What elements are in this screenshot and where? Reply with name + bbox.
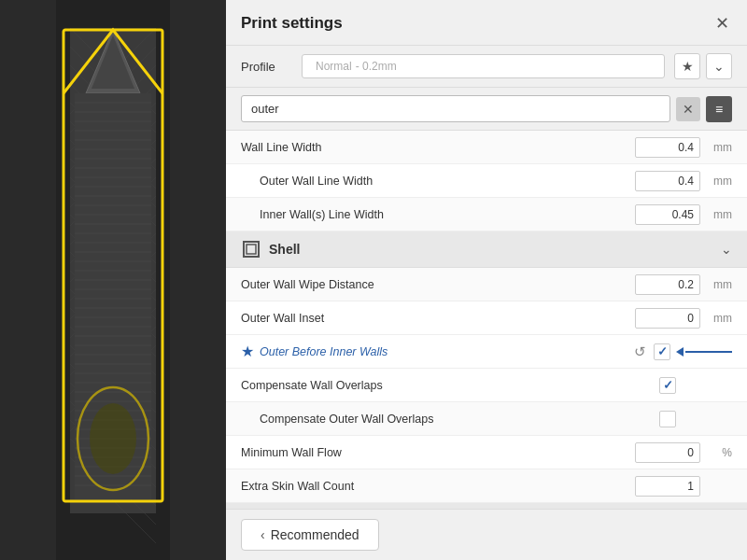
outer-wall-wipe-input[interactable] [635,274,700,295]
min-wall-flow-unit: % [704,446,732,459]
close-button[interactable]: ✕ [712,13,732,34]
outer-wall-inset-label: Outer Wall Inset [241,312,635,325]
extra-skin-wall-count-input[interactable] [635,476,700,497]
wall-line-width-row: Wall Line Width mm [226,131,747,164]
bottom-bar: ‹ Recommended [226,509,747,560]
svg-point-92 [90,403,136,474]
search-menu-button[interactable]: ≡ [706,96,732,122]
inner-wall-line-width-row: Inner Wall(s) Line Width mm [226,198,747,231]
inner-wall-line-width-unit: mm [704,208,732,221]
recommended-button[interactable]: ‹ Recommended [241,519,379,551]
shell-section-header[interactable]: Shell ⌄ [226,231,747,268]
min-wall-flow-input[interactable] [635,442,700,463]
profile-chevron-button[interactable]: ⌄ [706,53,732,79]
search-row: ✕ ≡ [226,88,747,131]
profile-select[interactable]: Normal - 0.2mm [302,54,665,78]
compensate-wall-overlaps-checkbox-cell: ✓ [635,377,700,394]
outer-wall-inset-row: Outer Wall Inset mm [226,301,747,335]
profile-row: Profile Normal - 0.2mm ★ ⌄ [226,46,747,88]
title-bar: Print settings ✕ [226,0,747,46]
outer-wall-wipe-unit: mm [704,278,732,291]
wall-line-width-input[interactable] [635,137,700,158]
outer-before-inner-row: ★ Outer Before Inner Walls ↺ ✓ [226,335,747,369]
shell-section-title: Shell [269,242,721,257]
compensate-wall-overlaps-checkmark: ✓ [663,378,673,392]
arrow-head-icon [676,347,684,357]
check-arrow-group: ✓ [654,343,732,360]
search-input[interactable] [241,95,670,122]
inner-wall-line-width-input[interactable] [635,204,700,225]
compensate-outer-wall-overlaps-row: Compensate Outer Wall Overlaps [226,402,747,436]
recommended-label: Recommended [271,527,359,542]
profile-value: Normal [316,60,352,73]
outer-wall-wipe-row: Outer Wall Wipe Distance mm [226,268,747,301]
shell-icon [241,239,261,259]
arrow-line [685,351,732,353]
arrow-indicator [676,347,732,357]
outer-wall-inset-unit: mm [704,312,732,325]
material-section-header[interactable]: Material ‹ [226,503,747,509]
outer-before-label: Outer Before Inner Walls [260,345,634,358]
settings-area[interactable]: Wall Line Width mm Outer Wall Line Width… [226,131,747,509]
extra-skin-wall-count-row: Extra Skin Wall Count [226,469,747,503]
outer-wall-line-width-row: Outer Wall Line Width mm [226,164,747,198]
profile-suffix: - 0.2mm [356,60,397,73]
wall-line-width-label: Wall Line Width [241,141,635,154]
compensate-wall-overlaps-label: Compensate Wall Overlaps [241,379,635,392]
outer-wall-line-width-input[interactable] [635,171,700,191]
outer-wall-inset-input[interactable] [635,308,700,329]
settings-panel: Print settings ✕ Profile Normal - 0.2mm … [226,0,747,560]
search-clear-button[interactable]: ✕ [676,97,700,121]
compensate-wall-overlaps-row: Compensate Wall Overlaps ✓ [226,369,747,402]
reset-icon[interactable]: ↺ [634,343,646,360]
outer-before-star-icon: ★ [241,343,254,360]
outer-before-checkmark: ✓ [657,344,668,358]
min-wall-flow-row: Minimum Wall Flow % [226,436,747,469]
profile-label: Profile [241,60,292,74]
compensate-outer-wall-overlaps-label: Compensate Outer Wall Overlaps [241,413,635,426]
outer-before-checkbox[interactable]: ✓ [654,343,670,360]
extra-skin-wall-count-label: Extra Skin Wall Count [241,480,635,493]
recommended-chevron-icon: ‹ [261,527,265,542]
outer-wall-line-width-label: Outer Wall Line Width [241,175,635,188]
compensate-outer-wall-overlaps-checkbox-cell [635,411,700,427]
compensate-outer-wall-overlaps-checkbox[interactable] [659,411,676,427]
min-wall-flow-label: Minimum Wall Flow [241,446,635,459]
inner-wall-line-width-label: Inner Wall(s) Line Width [241,208,635,221]
profile-icons: ★ ⌄ [674,53,732,79]
wall-line-width-unit: mm [704,141,732,154]
outer-wall-line-width-unit: mm [704,175,732,188]
svg-rect-95 [247,245,256,254]
compensate-wall-overlaps-checkbox[interactable]: ✓ [659,377,676,394]
panel-title: Print settings [241,14,343,33]
profile-star-button[interactable]: ★ [674,53,700,79]
shell-chevron-icon: ⌄ [721,242,732,257]
preview-panel: outer [0,0,226,560]
outer-wall-wipe-label: Outer Wall Wipe Distance [241,278,635,291]
